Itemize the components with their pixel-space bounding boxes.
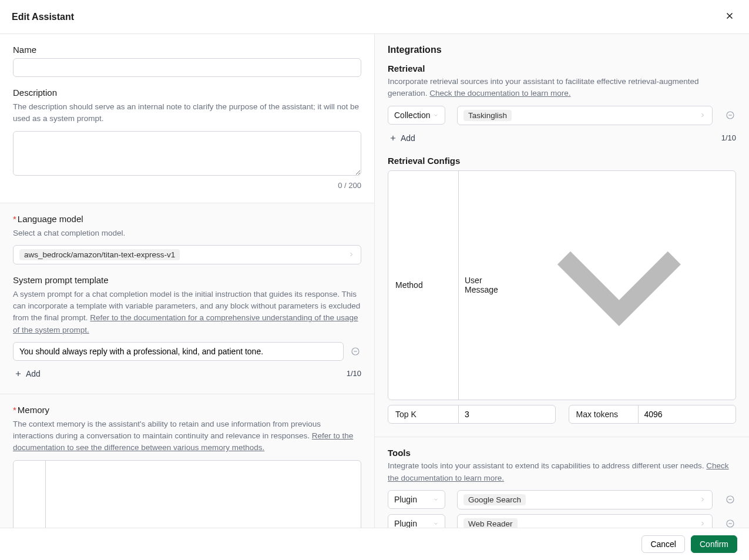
memory-label: *Memory (13, 405, 361, 415)
retrieval-maxtok-input[interactable] (644, 410, 730, 419)
modal-footer: Cancel Confirm (0, 528, 749, 560)
topk-label: Top K (388, 405, 459, 423)
chevron-down-icon (105, 465, 355, 528)
plus-icon (389, 134, 397, 142)
prompt-label: System prompt template (13, 275, 361, 285)
tool-type-value: Plugin (394, 519, 417, 528)
chevron-down-icon (433, 497, 439, 502)
description-help: The description should serve as an inter… (13, 101, 361, 125)
name-input[interactable] (13, 58, 361, 77)
tool-value-chip: Google Search (463, 494, 526, 505)
tool-item-row: Plugin Web Reader (388, 514, 736, 528)
prompt-input-0[interactable] (13, 342, 344, 361)
retrieval-maxtok-label: Max tokens (569, 405, 639, 423)
tool-type-value: Plugin (394, 495, 417, 504)
chevron-down-icon (433, 112, 439, 118)
chevron-right-icon (699, 496, 706, 503)
integrations-heading: Integrations (388, 45, 736, 55)
retrieval-help-link[interactable]: Check the documentation to learn more. (429, 89, 570, 98)
lm-select[interactable]: aws_bedrock/amazon/titan-text-express-v1 (13, 245, 361, 264)
tools-heading: Tools (388, 448, 736, 458)
prompt-help: A system prompt for a chat completion mo… (13, 289, 361, 336)
prompt-add-row: Add 1/10 (13, 367, 361, 381)
tools-help: Integrate tools into your assistant to e… (388, 460, 736, 484)
memory-section: *Memory The context memory is the assist… (0, 394, 374, 528)
add-retrieval-label: Add (401, 133, 415, 143)
retrieval-heading: Retrieval (388, 63, 736, 73)
language-model-section: *Language model Select a chat completion… (0, 203, 374, 394)
memory-help-text: The context memory is the assistant's ab… (13, 420, 321, 440)
memory-label-text: Memory (18, 405, 49, 415)
retrieval-type-select-0[interactable]: Collection (388, 106, 445, 125)
retrieval-count: 1/10 (721, 133, 736, 142)
tool-value-select-0[interactable]: Google Search (457, 490, 713, 509)
plus-icon (14, 370, 22, 378)
prompt-count: 1/10 (347, 369, 361, 378)
retrieval-method-value: User Message (465, 276, 509, 294)
edit-assistant-modal: Edit Assistant Name Description The desc… (0, 0, 749, 560)
retrieval-type-value: Collection (394, 110, 430, 120)
chevron-down-icon (433, 521, 439, 527)
lm-label-text: Language model (18, 214, 83, 224)
remove-circle-icon (726, 519, 735, 528)
retrieval-maxtok-field: Max tokens (569, 405, 737, 424)
close-icon (724, 11, 735, 21)
description-textarea[interactable] (13, 131, 361, 176)
chevron-down-icon (509, 175, 730, 396)
right-column: Integrations Retrieval Incorporate retri… (375, 34, 749, 528)
add-prompt-label: Add (26, 369, 41, 378)
add-retrieval-button[interactable]: Add (388, 131, 417, 145)
lm-help: Select a chat completion model. (13, 227, 361, 239)
chevron-right-icon (348, 251, 355, 258)
left-column: Name Description The description should … (0, 34, 375, 528)
tool-value-chip: Web Reader (463, 518, 518, 528)
modal-title: Edit Assistant (12, 12, 74, 22)
integrations-section: Integrations Retrieval Incorporate retri… (375, 34, 749, 437)
tool-value-select-1[interactable]: Web Reader (457, 514, 713, 528)
remove-prompt-button[interactable] (350, 346, 361, 357)
modal-header: Edit Assistant (0, 0, 749, 34)
retrieval-method-select[interactable]: User Message (459, 171, 735, 400)
memory-type-label: Type (14, 461, 46, 528)
remove-circle-icon (351, 347, 360, 356)
retrieval-config-row: Top K Max tokens (388, 405, 736, 424)
prompt-item-row (13, 342, 361, 361)
chevron-right-icon (699, 520, 706, 527)
retrieval-help: Incorporate retrieval sources into your … (388, 76, 736, 100)
remove-circle-icon (726, 110, 735, 120)
retrieval-value-select-0[interactable]: Taskinglish (457, 106, 713, 125)
tool-item-row: Plugin Google Search (388, 490, 736, 509)
tool-type-select-1[interactable]: Plugin (388, 514, 445, 528)
memory-type-field: Type Message Window (13, 460, 361, 528)
retrieval-value-chip: Taskinglish (463, 110, 512, 121)
remove-retrieval-button-0[interactable] (724, 109, 736, 121)
remove-circle-icon (726, 495, 735, 504)
tool-type-select-0[interactable]: Plugin (388, 490, 445, 509)
chevron-right-icon (699, 112, 706, 119)
name-description-section: Name Description The description should … (0, 34, 374, 203)
tools-section: Tools Integrate tools into your assistan… (375, 437, 749, 528)
confirm-button[interactable]: Confirm (691, 535, 737, 553)
topk-field: Top K (388, 405, 556, 424)
remove-tool-button-1[interactable] (724, 518, 736, 528)
add-prompt-button[interactable]: Add (13, 367, 42, 381)
name-label: Name (13, 45, 361, 55)
retrieval-method-label: Method (388, 171, 459, 400)
lm-label: *Language model (13, 214, 361, 224)
tools-help-text: Integrate tools into your assistant to e… (388, 461, 706, 470)
modal-body: Name Description The description should … (0, 34, 749, 528)
description-label: Description (13, 88, 361, 98)
description-counter: 0 / 200 (13, 181, 361, 190)
retrieval-add-row: Add 1/10 (388, 131, 736, 145)
memory-help: The context memory is the assistant's ab… (13, 418, 361, 454)
retrieval-configs-heading: Retrieval Configs (388, 156, 736, 166)
memory-type-select[interactable]: Message Window (46, 461, 361, 528)
remove-tool-button-0[interactable] (724, 494, 736, 505)
cancel-button[interactable]: Cancel (641, 535, 685, 553)
topk-input[interactable] (465, 410, 549, 419)
close-button[interactable] (722, 8, 737, 25)
retrieval-method-field: Method User Message (388, 170, 736, 401)
retrieval-item-row: Collection Taskinglish (388, 106, 736, 125)
lm-chip: aws_bedrock/amazon/titan-text-express-v1 (19, 249, 180, 260)
